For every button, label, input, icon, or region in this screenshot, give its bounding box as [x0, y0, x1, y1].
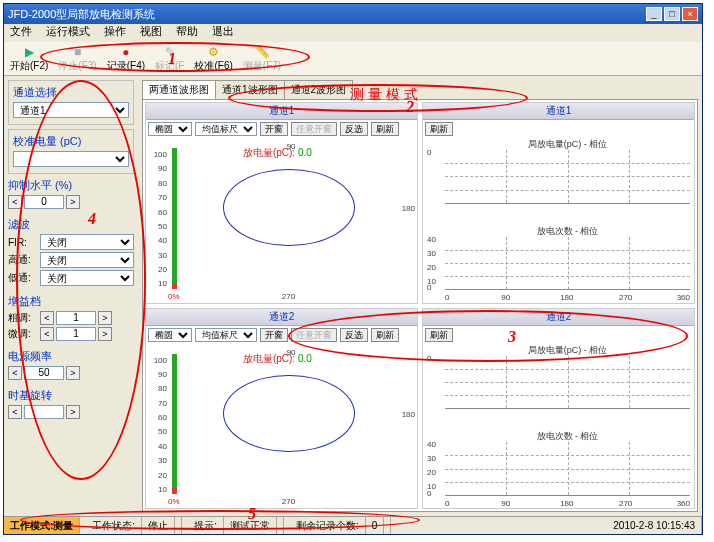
tool-mark: ✎标记(F [155, 45, 184, 73]
pane-grid-ch1: 通道1 刷新 局放电量(pC) - 相位 0 放电次数 - 相位 40 30 2… [422, 102, 695, 304]
group-gain: 增益档 粗调:<1> 微调:<1> [8, 294, 134, 345]
close-icon[interactable]: × [682, 7, 698, 21]
calib-select[interactable] [13, 151, 129, 167]
level-bar [172, 148, 177, 289]
menu-operate[interactable]: 操作 [104, 24, 126, 42]
statusbar: 工作模式:测量 工作状态:停止 提示:测试正常 剩余记录个数:0 2010-2-… [4, 516, 702, 534]
plotarea: 放电量(pC): 0.0 0% 90 180 270 [170, 148, 413, 289]
power-inc[interactable]: > [66, 366, 80, 380]
sidebar: 通道选择 通道1 校准电量 (pC) 抑制水平 (%) < 0 > 滤波 FIR… [4, 76, 138, 516]
tab-ch2[interactable]: 通道2波形图 [284, 80, 354, 99]
fine-inc[interactable]: > [98, 327, 112, 341]
play-icon: ▶ [25, 45, 34, 59]
coarse-inc[interactable]: > [98, 311, 112, 325]
group-title: 通道选择 [13, 85, 129, 100]
window-title: JFD-2000型局部放电检测系统 [8, 7, 646, 22]
ruler-select[interactable]: 均值标尺 [195, 122, 257, 136]
lp-select[interactable]: 关闭 [40, 270, 134, 286]
suppress-value[interactable]: 0 [24, 195, 64, 209]
menu-runmode[interactable]: 运行模式 [46, 24, 90, 42]
record-icon: ● [122, 45, 129, 59]
mark-icon: ✎ [165, 45, 175, 59]
invert-button[interactable]: 反选 [340, 122, 368, 136]
tool-stop: ■停止(F3) [58, 45, 96, 73]
tab-both[interactable]: 两通道波形图 [142, 80, 216, 99]
titlebar: JFD-2000型局部放电检测系统 _ □ × [4, 4, 702, 24]
tool-calibrate[interactable]: ⚙校准(F6) [194, 45, 232, 73]
pane-ellipse-ch2: 通道2 椭圆 均值标尺 开窗 任意开窗 反选 刷新 10090807060504… [145, 308, 418, 510]
group-calib: 校准电量 (pC) [8, 129, 134, 174]
menu-exit[interactable]: 退出 [212, 24, 234, 42]
power-dec[interactable]: < [8, 366, 22, 380]
status-time: 2010-2-8 10:15:43 [607, 517, 702, 534]
rot-inc[interactable]: > [66, 405, 80, 419]
refresh2-button[interactable]: 刷新 [425, 122, 453, 136]
measure-icon: 📏 [255, 45, 270, 59]
pane-ellipse-ch1: 通道1 椭圆 均值标尺 开窗 任意开窗 反选 刷新 10090807060504… [145, 102, 418, 304]
group-suppress: 抑制水平 (%) < 0 > [8, 178, 134, 213]
ellipse-plot [223, 169, 354, 246]
minimize-icon[interactable]: _ [646, 7, 662, 21]
tool-record[interactable]: ●记录(F4) [107, 45, 145, 73]
suppress-inc[interactable]: > [66, 195, 80, 209]
menu-help[interactable]: 帮助 [176, 24, 198, 42]
shape-select[interactable]: 椭圆 [148, 122, 192, 136]
calibrate-icon: ⚙ [208, 45, 219, 59]
tabs: 两通道波形图 通道1波形图 通道2波形图 [142, 80, 698, 99]
coarse-dec[interactable]: < [40, 311, 54, 325]
yaxis: 100908070605040302010 [146, 138, 168, 303]
anywindow-button: 任意开窗 [291, 122, 337, 136]
tool-start[interactable]: ▶开始(F2) [10, 45, 48, 73]
toolbar: ▶开始(F2) ■停止(F3) ●记录(F4) ✎标记(F ⚙校准(F6) 📏测… [4, 42, 702, 76]
menu-view[interactable]: 视图 [140, 24, 162, 42]
menu-file[interactable]: 文件 [10, 24, 32, 42]
group-channel: 通道选择 通道1 [8, 80, 134, 125]
channel-select[interactable]: 通道1 [13, 102, 129, 118]
tab-ch1[interactable]: 通道1波形图 [215, 80, 285, 99]
hp-select[interactable]: 关闭 [40, 252, 134, 268]
group-rot: 时基旋转 <> [8, 388, 134, 423]
group-filter: 滤波 FIR:关闭 高通:关闭 低通:关闭 [8, 217, 134, 290]
menubar: 文件 运行模式 操作 视图 帮助 退出 [4, 24, 702, 42]
tool-measure: 📏测量(F7) [243, 45, 281, 73]
maximize-icon[interactable]: □ [664, 7, 680, 21]
stop-icon: ■ [74, 45, 81, 59]
refresh-button[interactable]: 刷新 [371, 122, 399, 136]
fine-dec[interactable]: < [40, 327, 54, 341]
window-button[interactable]: 开窗 [260, 122, 288, 136]
suppress-dec[interactable]: < [8, 195, 22, 209]
group-power: 电源频率 <50> [8, 349, 134, 384]
fir-select[interactable]: 关闭 [40, 234, 134, 250]
rot-dec[interactable]: < [8, 405, 22, 419]
pane-grid-ch2: 通道2 刷新 局放电量(pC) - 相位 0 放电次数 - 相位 40 30 2… [422, 308, 695, 510]
